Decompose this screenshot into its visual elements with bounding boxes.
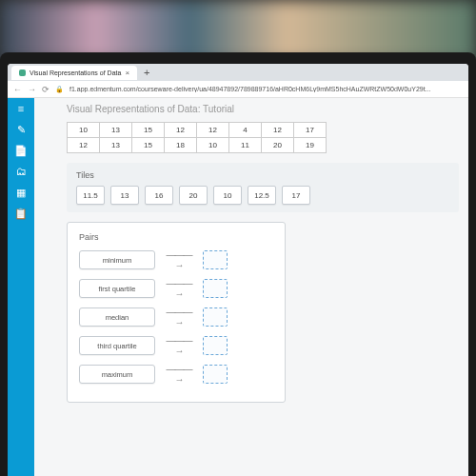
table-row: 10 13 15 12 12 4 12 17 (68, 123, 327, 138)
pairs-panel: Pairs minimum ———→ first quartile ———→ m… (67, 222, 286, 403)
table-cell: 13 (100, 138, 132, 153)
sidebar-grid-icon[interactable]: ▦ (13, 186, 29, 199)
pair-label: minimum (79, 250, 155, 269)
tab-title: Visual Representations of Data (30, 69, 121, 76)
pair-row-minimum: minimum ———→ (79, 249, 273, 270)
tile[interactable]: 10 (213, 186, 242, 205)
table-cell: 17 (294, 123, 327, 138)
pair-label: maximum (79, 365, 155, 384)
tiles-row: 11.5 13 16 20 10 12.5 17 (76, 186, 449, 205)
new-tab-button[interactable]: + (140, 67, 153, 78)
tile[interactable]: 12.5 (248, 186, 276, 205)
screen: Visual Representations of Data × + ← → ⟳… (8, 64, 468, 476)
tiles-title: Tiles (76, 170, 449, 180)
browser-toolbar: ← → ⟳ 🔒 f1.app.edmentum.com/courseware-d… (8, 81, 468, 98)
tile[interactable]: 13 (110, 186, 139, 205)
browser-tab-active[interactable]: Visual Representations of Data × (11, 66, 137, 80)
close-tab-icon[interactable]: × (125, 69, 129, 77)
drop-slot-third-quartile[interactable] (203, 336, 228, 355)
drop-slot-maximum[interactable] (203, 365, 228, 384)
pair-label: third quartile (79, 336, 155, 355)
table-cell: 12 (197, 123, 229, 138)
arrow-icon: ———→ (165, 364, 193, 385)
drop-slot-first-quartile[interactable] (203, 279, 228, 298)
pair-row-maximum: maximum ———→ (79, 364, 273, 385)
sidebar-folder-icon[interactable]: 🗂 (13, 165, 29, 178)
tiles-panel: Tiles 11.5 13 16 20 10 12.5 17 (67, 163, 459, 212)
table-cell: 15 (132, 123, 165, 138)
url-text[interactable]: f1.app.edmentum.com/courseware-delivery/… (69, 86, 430, 92)
drop-slot-minimum[interactable] (203, 250, 228, 269)
browser-tabbar: Visual Representations of Data × + (8, 64, 468, 81)
pairs-title: Pairs (79, 232, 273, 242)
table-cell: 12 (68, 138, 100, 153)
back-button[interactable]: ← (13, 85, 22, 94)
arrow-icon: ———→ (165, 249, 193, 270)
table-cell: 4 (229, 123, 262, 138)
table-cell: 18 (165, 138, 197, 153)
table-cell: 13 (100, 123, 132, 138)
pair-row-median: median ———→ (79, 307, 273, 327)
pair-label: first quartile (79, 279, 155, 298)
drop-slot-median[interactable] (203, 307, 228, 327)
lock-icon: 🔒 (55, 86, 64, 93)
table-cell: 11 (229, 138, 262, 153)
sidebar-page-icon[interactable]: 📄 (13, 144, 29, 157)
table-cell: 10 (68, 123, 100, 138)
pair-row-first-quartile: first quartile ———→ (79, 278, 273, 299)
table-row: 12 13 15 18 10 11 20 19 (68, 138, 327, 153)
reload-button[interactable]: ⟳ (42, 85, 50, 94)
table-cell: 10 (197, 138, 229, 153)
table-cell: 12 (262, 123, 294, 138)
arrow-icon: ———→ (165, 307, 193, 327)
table-cell: 20 (262, 138, 294, 153)
table-cell: 15 (132, 138, 165, 153)
arrow-icon: ———→ (165, 278, 193, 299)
tile[interactable]: 16 (145, 186, 173, 205)
tab-favicon-icon (19, 69, 26, 76)
forward-button[interactable]: → (28, 85, 36, 94)
sidebar-menu-icon[interactable]: ≡ (13, 102, 29, 115)
tile[interactable]: 20 (179, 186, 208, 205)
table-cell: 19 (294, 138, 327, 153)
sidebar: ≡ ✎ 📄 🗂 ▦ 📋 (8, 98, 34, 476)
tile[interactable]: 11.5 (76, 186, 105, 205)
pair-label: median (79, 307, 155, 327)
app-body: ≡ ✎ 📄 🗂 ▦ 📋 Visual Representations of Da… (8, 98, 468, 476)
sidebar-edit-icon[interactable]: ✎ (13, 123, 29, 136)
data-table: 10 13 15 12 12 4 12 17 12 13 15 18 (67, 122, 459, 153)
arrow-icon: ———→ (165, 335, 193, 356)
page-title: Visual Representations of Data: Tutorial (67, 104, 459, 114)
tile[interactable]: 17 (282, 186, 310, 205)
main-content: Visual Representations of Data: Tutorial… (34, 98, 468, 476)
pair-row-third-quartile: third quartile ———→ (79, 335, 273, 356)
table-cell: 12 (165, 123, 197, 138)
sidebar-clipboard-icon[interactable]: 📋 (13, 207, 29, 220)
laptop-bezel: Visual Representations of Data × + ← → ⟳… (0, 52, 476, 476)
